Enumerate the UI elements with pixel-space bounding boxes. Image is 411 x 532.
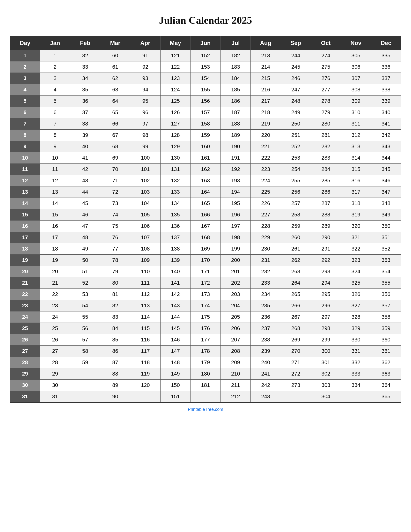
day-cell: 21 <box>10 277 40 289</box>
day-cell: 28 <box>10 357 40 368</box>
data-cell-jul: 191 <box>221 152 251 164</box>
table-row: 21215280111141172202233264294325355 <box>10 277 401 289</box>
data-cell-jun: 156 <box>190 95 221 107</box>
header-mar: Mar <box>100 36 130 50</box>
day-cell: 9 <box>10 141 40 152</box>
data-cell-dec: 349 <box>371 209 401 220</box>
table-row: 22336192122153183214245275306336 <box>10 61 401 73</box>
data-cell-sep: 269 <box>281 334 311 346</box>
data-cell-dec: 359 <box>371 323 401 334</box>
data-cell-jan: 19 <box>40 255 70 266</box>
data-cell-feb: 43 <box>70 175 100 186</box>
data-cell-jul: 198 <box>221 232 251 243</box>
data-cell-aug: 243 <box>251 391 281 403</box>
data-cell-jun: 173 <box>190 289 221 300</box>
footer-link[interactable]: PrintableTree.com <box>188 407 223 412</box>
data-cell-feb: 48 <box>70 232 100 243</box>
data-cell-feb: 36 <box>70 95 100 107</box>
data-cell-jul: 196 <box>221 209 251 220</box>
day-cell: 27 <box>10 346 40 357</box>
data-cell-feb: 55 <box>70 312 100 323</box>
data-cell-may: 121 <box>160 50 190 61</box>
data-cell-oct: 296 <box>311 300 341 312</box>
data-cell-oct: 279 <box>311 107 341 118</box>
day-cell: 5 <box>10 95 40 107</box>
data-cell-jun: 171 <box>190 266 221 277</box>
data-cell-aug: 237 <box>251 323 281 334</box>
data-cell-jun: 157 <box>190 107 221 118</box>
data-cell-apr: 93 <box>130 73 160 84</box>
data-cell-mar: 68 <box>100 141 130 152</box>
table-row: 313190151212243304365 <box>10 391 401 403</box>
data-cell-apr: 111 <box>130 277 160 289</box>
data-cell-jun: 167 <box>190 220 221 232</box>
data-cell-jan: 11 <box>40 164 70 175</box>
data-cell-feb: 54 <box>70 300 100 312</box>
data-cell-may: 149 <box>160 368 190 380</box>
data-cell-sep: 249 <box>281 107 311 118</box>
data-cell-aug: 223 <box>251 164 281 175</box>
data-cell-jan: 17 <box>40 232 70 243</box>
data-cell-mar: 67 <box>100 130 130 141</box>
data-cell-nov: 319 <box>341 209 371 220</box>
data-cell-nov: 329 <box>341 323 371 334</box>
day-cell: 13 <box>10 186 40 198</box>
data-cell-mar: 72 <box>100 186 130 198</box>
data-cell-apr: 109 <box>130 255 160 266</box>
table-row: 99406899129160190221252282313343 <box>10 141 401 152</box>
data-cell-mar: 73 <box>100 198 130 209</box>
day-cell: 19 <box>10 255 40 266</box>
table-row: 88396798128159189220251281312342 <box>10 130 401 141</box>
data-cell-nov: 331 <box>341 346 371 357</box>
data-cell-jul: 194 <box>221 186 251 198</box>
header-apr: Apr <box>130 36 160 50</box>
data-cell-jul: 206 <box>221 323 251 334</box>
data-cell-apr: 98 <box>130 130 160 141</box>
data-cell-jul: 199 <box>221 243 251 255</box>
data-cell-dec: 335 <box>371 50 401 61</box>
data-cell-jul: 203 <box>221 289 251 300</box>
data-cell-jun: 179 <box>190 357 221 368</box>
data-cell-may: 150 <box>160 380 190 391</box>
data-cell-jan: 24 <box>40 312 70 323</box>
data-cell-apr: 104 <box>130 198 160 209</box>
data-cell-aug: 227 <box>251 209 281 220</box>
data-cell-jan: 26 <box>40 334 70 346</box>
day-cell: 25 <box>10 323 40 334</box>
data-cell-apr: 117 <box>130 346 160 357</box>
data-cell-nov: 324 <box>341 266 371 277</box>
data-cell-dec: 338 <box>371 84 401 95</box>
data-cell-may: 140 <box>160 266 190 277</box>
data-cell-jul: 208 <box>221 346 251 357</box>
data-cell-dec: 356 <box>371 289 401 300</box>
day-cell: 24 <box>10 312 40 323</box>
data-cell-nov: 315 <box>341 164 371 175</box>
day-cell: 23 <box>10 300 40 312</box>
data-cell-apr: 96 <box>130 107 160 118</box>
data-cell-jan: 9 <box>40 141 70 152</box>
data-cell-sep: 271 <box>281 357 311 368</box>
data-cell-jun <box>190 391 221 403</box>
data-cell-nov: 333 <box>341 368 371 380</box>
header-jan: Jan <box>40 36 70 50</box>
data-cell-apr: 97 <box>130 118 160 130</box>
data-cell-mar: 64 <box>100 95 130 107</box>
data-cell-oct: 285 <box>311 175 341 186</box>
day-cell: 4 <box>10 84 40 95</box>
data-cell-sep: 260 <box>281 232 311 243</box>
table-row: 22225381112142173203234265295326356 <box>10 289 401 300</box>
data-cell-sep: 268 <box>281 323 311 334</box>
data-cell-dec: 362 <box>371 357 401 368</box>
data-cell-mar: 77 <box>100 243 130 255</box>
data-cell-jul: 184 <box>221 73 251 84</box>
data-cell-jul: 211 <box>221 380 251 391</box>
data-cell-apr: 110 <box>130 266 160 277</box>
data-cell-mar: 76 <box>100 232 130 243</box>
data-cell-jan: 27 <box>40 346 70 357</box>
data-cell-jul: 185 <box>221 84 251 95</box>
day-cell: 26 <box>10 334 40 346</box>
data-cell-jun: 162 <box>190 164 221 175</box>
data-cell-mar: 88 <box>100 368 130 380</box>
data-cell-apr: 102 <box>130 175 160 186</box>
data-cell-jun: 174 <box>190 300 221 312</box>
